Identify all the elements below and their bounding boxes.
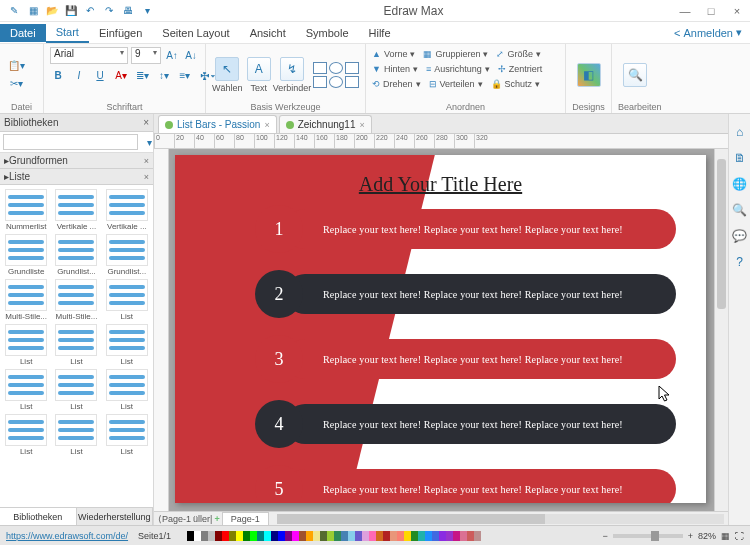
color-swatch[interactable] (271, 531, 278, 541)
color-swatch[interactable] (467, 531, 474, 541)
list-number[interactable]: 2 (255, 270, 303, 318)
color-swatch[interactable] (299, 531, 306, 541)
library-item[interactable]: List (103, 369, 151, 411)
tab-file[interactable]: Datei (0, 24, 46, 42)
chat-icon[interactable]: 💬 (732, 228, 748, 244)
color-swatch[interactable] (285, 531, 292, 541)
align-icon[interactable]: ≡▾ (177, 67, 193, 83)
tab-seiten-layout[interactable]: Seiten Layout (152, 24, 239, 42)
library-item[interactable]: Multi-Stile... (52, 279, 100, 321)
color-swatch[interactable] (257, 531, 264, 541)
page-add-button[interactable]: + (214, 514, 219, 524)
color-swatch[interactable] (334, 531, 341, 541)
maximize-button[interactable]: □ (698, 0, 724, 22)
qat-print-icon[interactable]: 🖶 (120, 3, 136, 19)
library-item[interactable]: List (2, 324, 50, 366)
select-tool[interactable]: ↖Wählen (212, 57, 243, 93)
fullscreen-icon[interactable]: ⛶ (735, 531, 744, 541)
color-swatch[interactable] (222, 531, 229, 541)
zoom-slider[interactable] (613, 534, 683, 538)
bullets-icon[interactable]: ≣▾ (134, 67, 151, 83)
login-link[interactable]: < Anmelden ▾ (674, 26, 742, 39)
globe-icon[interactable]: 🌐 (732, 176, 748, 192)
size-button[interactable]: ⤢Größe ▾ (496, 47, 541, 61)
color-swatch[interactable] (390, 531, 397, 541)
color-swatch[interactable] (474, 531, 481, 541)
color-swatch[interactable] (208, 531, 215, 541)
distribute-button[interactable]: ⊟Verteilen ▾ (429, 77, 483, 91)
page-tab-current[interactable]: Page-1 (222, 512, 269, 526)
library-item[interactable]: List (2, 369, 50, 411)
color-swatch[interactable] (250, 531, 257, 541)
list-row[interactable]: Replace your text here! Replace your tex… (255, 335, 676, 383)
vertical-scrollbar[interactable] (714, 149, 728, 511)
doc-tab-close-icon[interactable]: × (264, 120, 269, 130)
library-item[interactable]: Nummerlist (2, 189, 50, 231)
color-swatch[interactable] (362, 531, 369, 541)
library-item[interactable]: Grundlist... (52, 234, 100, 276)
qat-undo-icon[interactable]: ↶ (82, 3, 98, 19)
library-item[interactable]: Vertikale ... (52, 189, 100, 231)
font-name-select[interactable]: Arial (50, 47, 128, 64)
tab-ansicht[interactable]: Ansicht (240, 24, 296, 42)
color-swatch[interactable] (264, 531, 271, 541)
qat-new-icon[interactable]: ▦ (25, 3, 41, 19)
color-swatch[interactable] (376, 531, 383, 541)
library-item[interactable]: List (2, 414, 50, 456)
library-item[interactable]: List (52, 324, 100, 366)
color-swatch[interactable] (432, 531, 439, 541)
qat-open-icon[interactable]: 📂 (44, 3, 60, 19)
tab-start[interactable]: Start (46, 23, 89, 43)
library-item[interactable]: List (52, 414, 100, 456)
color-swatch[interactable] (320, 531, 327, 541)
bold-icon[interactable]: B (50, 67, 66, 83)
zoom-out-icon[interactable]: − (602, 531, 607, 541)
qat-save-icon[interactable]: 💾 (63, 3, 79, 19)
qat-redo-icon[interactable]: ↷ (101, 3, 117, 19)
color-swatch[interactable] (327, 531, 334, 541)
page-title[interactable]: Add Your Title Here (359, 173, 522, 196)
color-swatch[interactable] (369, 531, 376, 541)
color-swatch[interactable] (236, 531, 243, 541)
grow-font-icon[interactable]: A↑ (164, 47, 180, 63)
list-pill[interactable]: Replace your text here! Replace your tex… (285, 209, 676, 249)
color-swatch[interactable] (292, 531, 299, 541)
library-item[interactable]: Vertikale ... (103, 189, 151, 231)
list-pill[interactable]: Replace your text here! Replace your tex… (285, 404, 676, 444)
color-swatch[interactable] (425, 531, 432, 541)
library-item[interactable]: List (103, 414, 151, 456)
send-back-button[interactable]: ▼Hinten ▾ (372, 62, 418, 76)
color-swatch[interactable] (355, 531, 362, 541)
document-icon[interactable]: 🗎 (732, 150, 748, 166)
list-number[interactable]: 3 (255, 335, 303, 383)
page[interactable]: Add Your Title Here Replace your text he… (175, 155, 706, 503)
color-swatch[interactable] (397, 531, 404, 541)
close-button[interactable]: × (724, 0, 750, 22)
help-icon[interactable]: ? (732, 254, 748, 270)
canvas[interactable]: Add Your Title Here Replace your text he… (169, 149, 728, 511)
color-swatch[interactable] (404, 531, 411, 541)
page-nav[interactable]: ⟨Page-1 (158, 514, 191, 524)
color-swatch[interactable] (418, 531, 425, 541)
tab-einfügen[interactable]: Einfügen (89, 24, 152, 42)
list-row[interactable]: Replace your text here! Replace your tex… (255, 465, 676, 503)
doc-tab[interactable]: List Bars - Passion× (158, 115, 277, 133)
edit-button[interactable]: 🔍 (618, 63, 652, 87)
color-swatch[interactable] (460, 531, 467, 541)
library-item[interactable]: List (52, 369, 100, 411)
library-search-input[interactable] (3, 134, 138, 150)
rotate-button[interactable]: ⟲Drehen ▾ (372, 77, 421, 91)
text-tool[interactable]: AText (247, 57, 271, 93)
italic-icon[interactable]: I (71, 67, 87, 83)
color-swatch[interactable] (201, 531, 208, 541)
zoom-in-icon[interactable]: + (688, 531, 693, 541)
qat-more-icon[interactable]: ▾ (139, 3, 155, 19)
color-swatch[interactable] (243, 531, 250, 541)
status-url[interactable]: https://www.edrawsoft.com/de/ (6, 531, 128, 541)
paste-icon[interactable]: 📋▾ (6, 58, 27, 74)
doc-tab-close-icon[interactable]: × (359, 120, 364, 130)
library-item[interactable]: Multi-Stile... (2, 279, 50, 321)
fit-page-icon[interactable]: ▦ (721, 531, 730, 541)
bring-front-button[interactable]: ▲Vorne ▾ (372, 47, 415, 61)
color-swatch[interactable] (446, 531, 453, 541)
